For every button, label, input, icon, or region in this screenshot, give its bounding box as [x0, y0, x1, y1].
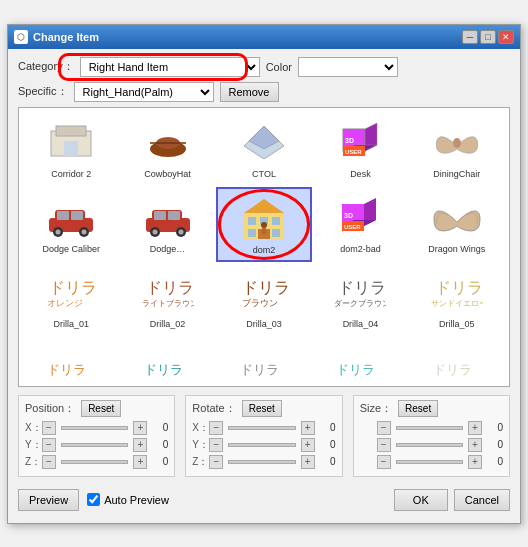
rotate-x-slider[interactable] [228, 426, 295, 430]
svg-rect-26 [168, 211, 180, 220]
size-minus1[interactable]: − [377, 421, 391, 435]
list-item[interactable]: CowboyHat [119, 112, 215, 187]
size-reset-button[interactable]: Reset [398, 400, 438, 417]
svg-rect-37 [272, 229, 280, 237]
list-item[interactable]: ドリラ Drilla_01 [23, 337, 119, 387]
rotate-z-plus[interactable]: + [301, 455, 315, 469]
item-name: Drilla_01 [53, 319, 89, 330]
position-x-value: 0 [150, 422, 168, 433]
list-item[interactable]: DiningChair [409, 112, 505, 187]
position-z-slider[interactable] [61, 460, 128, 464]
item-name: Dragon Wings [428, 244, 485, 255]
size-plus1[interactable]: + [468, 421, 482, 435]
position-y-plus[interactable]: + [133, 438, 147, 452]
item-thumb: ドリラA ブラウン [234, 267, 294, 317]
close-button[interactable]: ✕ [498, 30, 514, 44]
rotate-x-minus[interactable]: − [209, 421, 223, 435]
minimize-button[interactable]: ─ [462, 30, 478, 44]
svg-text:ドリラA: ドリラA [338, 279, 386, 296]
position-z-plus[interactable]: + [133, 455, 147, 469]
list-item[interactable]: ドリラA オレンジ Drilla_01 [23, 262, 119, 337]
svg-text:オレンジ: オレンジ [47, 298, 83, 308]
size-slider3[interactable] [396, 460, 463, 464]
size-minus2[interactable]: − [377, 438, 391, 452]
position-y-label: Y： [25, 438, 39, 452]
category-select[interactable]: Right Hand Item [80, 57, 260, 77]
list-item[interactable]: CTOL [216, 112, 312, 187]
svg-marker-32 [244, 199, 284, 213]
rotate-z-label: Z： [192, 455, 206, 469]
item-grid: Corridor 2 CowboyHat [19, 108, 509, 387]
position-z-value: 0 [150, 456, 168, 467]
rotate-reset-button[interactable]: Reset [242, 400, 282, 417]
rotate-group: Rotate： Reset X： − + 0 Y： − + 0 [185, 395, 342, 477]
maximize-button[interactable]: □ [480, 30, 496, 44]
item-thumb [138, 117, 198, 167]
item-thumb: ドリラA ライトブラウン [138, 267, 198, 317]
titlebar-left: ⬡ Change Item [14, 30, 99, 44]
color-select[interactable] [298, 57, 398, 77]
rotate-y-slider[interactable] [228, 443, 295, 447]
svg-text:ライトブラウン: ライトブラウン [142, 299, 194, 308]
specific-select[interactable]: Right_Hand(Palm) [74, 82, 214, 102]
auto-preview-checkbox[interactable] [87, 493, 100, 506]
preview-button[interactable]: Preview [18, 489, 79, 511]
size-plus2[interactable]: + [468, 438, 482, 452]
svg-text:ドリラA: ドリラA [49, 279, 97, 296]
list-item[interactable]: ドリラ Drilla_05 [409, 337, 505, 387]
position-header: Position： Reset [25, 400, 168, 417]
auto-preview-label: Auto Preview [104, 494, 169, 506]
list-item[interactable]: Dragon Wings [409, 187, 505, 262]
list-item[interactable]: Corridor 2 [23, 112, 119, 187]
size-minus3[interactable]: − [377, 455, 391, 469]
list-item[interactable]: ドリラ Drilla_03 [216, 337, 312, 387]
ok-button[interactable]: OK [394, 489, 448, 511]
list-item[interactable]: dom2 [216, 187, 312, 262]
item-thumb: ドリラ [234, 342, 294, 387]
item-grid-container[interactable]: Corridor 2 CowboyHat [18, 107, 510, 387]
position-z-row: Z： − + 0 [25, 455, 168, 469]
position-x-minus[interactable]: − [42, 421, 56, 435]
cancel-button[interactable]: Cancel [454, 489, 510, 511]
list-item[interactable]: ドリラA ブラウン Drilla_03 [216, 262, 312, 337]
position-x-plus[interactable]: + [133, 421, 147, 435]
rotate-x-plus[interactable]: + [301, 421, 315, 435]
item-thumb: ドリラA ダークブラウン [330, 267, 390, 317]
rotate-y-plus[interactable]: + [301, 438, 315, 452]
list-item[interactable]: Dodge Caliber [23, 187, 119, 262]
list-item[interactable]: ドリラA サンドイエロー Drilla_05 [409, 262, 505, 337]
list-item[interactable]: ドリラA ダークブラウン Drilla_04 [312, 262, 408, 337]
size-slider2[interactable] [396, 443, 463, 447]
position-z-minus[interactable]: − [42, 455, 56, 469]
item-name: Drilla_02 [150, 319, 186, 330]
rotate-z-slider[interactable] [228, 460, 295, 464]
size-plus3[interactable]: + [468, 455, 482, 469]
rotate-y-row: Y： − + 0 [192, 438, 335, 452]
item-thumb [427, 192, 487, 242]
item-thumb: ドリラ [330, 342, 390, 387]
auto-preview-checkbox-wrap[interactable]: Auto Preview [87, 493, 169, 506]
svg-rect-2 [64, 141, 78, 156]
rotate-y-minus[interactable]: − [209, 438, 223, 452]
size-slider1[interactable] [396, 426, 463, 430]
list-item[interactable]: 3D USER Desk [312, 112, 408, 187]
svg-text:ドリラ: ドリラ [47, 362, 86, 377]
position-x-slider[interactable] [61, 426, 128, 430]
list-item[interactable]: ドリラ Drilla_02 [119, 337, 215, 387]
item-thumb [41, 117, 101, 167]
rotate-z-minus[interactable]: − [209, 455, 223, 469]
position-y-minus[interactable]: − [42, 438, 56, 452]
size-row1: − + 0 [360, 421, 503, 435]
position-y-slider[interactable] [61, 443, 128, 447]
list-item[interactable]: ドリラA ライトブラウン Drilla_02 [119, 262, 215, 337]
svg-text:3D: 3D [344, 212, 353, 219]
item-thumb: ドリラ [41, 342, 101, 387]
position-x-label: X： [25, 421, 39, 435]
list-item[interactable]: ドリラ Drilla_04 [312, 337, 408, 387]
remove-button[interactable]: Remove [220, 82, 279, 102]
rotate-label: Rotate： [192, 401, 235, 416]
position-reset-button[interactable]: Reset [81, 400, 121, 417]
list-item[interactable]: Dodge… [119, 187, 215, 262]
bottom-bar: Preview Auto Preview OK Cancel [18, 485, 510, 515]
list-item[interactable]: 3D USER dom2-bad [312, 187, 408, 262]
